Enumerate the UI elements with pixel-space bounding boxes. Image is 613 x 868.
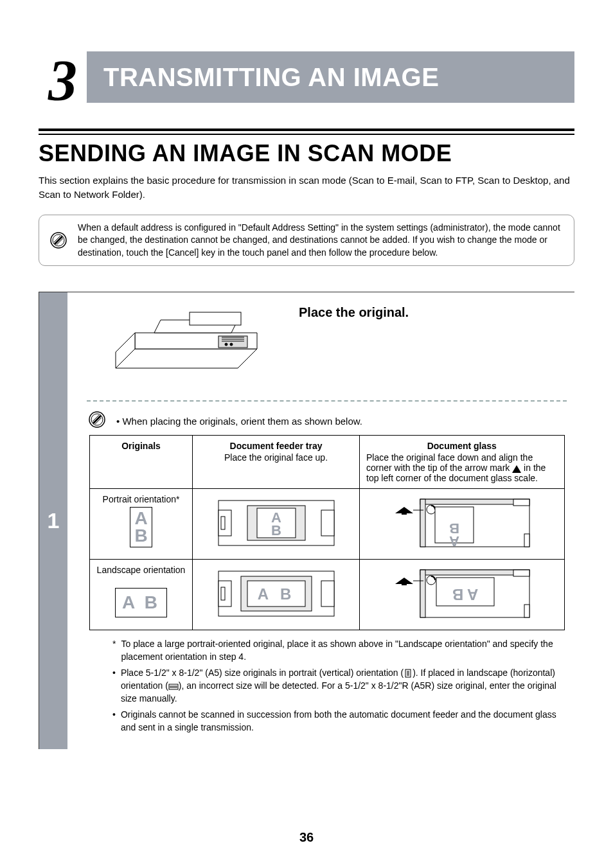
chapter-number-box: 3 bbox=[39, 49, 87, 113]
footnote-bullet-2-text: Originals cannot be scanned in successio… bbox=[121, 709, 563, 734]
ab-row: A B bbox=[122, 592, 160, 612]
ab-a: A bbox=[134, 510, 147, 527]
svg-rect-51 bbox=[420, 570, 425, 617]
landscape-ab-sample: A B bbox=[115, 588, 167, 617]
step-number: 1 bbox=[48, 508, 60, 533]
footnote-bullet-1-text: Place 5-1/2" x 8-1/2" (A5) size original… bbox=[121, 667, 563, 705]
feeder-header-text: Document feeder tray bbox=[230, 441, 323, 451]
footnote-star-mark: * bbox=[112, 638, 116, 663]
device-illustration bbox=[87, 304, 280, 387]
svg-rect-10 bbox=[218, 336, 247, 348]
portrait-row-label-cell: Portrait orientation* A B bbox=[90, 489, 193, 560]
svg-rect-60 bbox=[405, 669, 411, 677]
svg-point-15 bbox=[230, 343, 233, 346]
footnote-bullet-2-mark: • bbox=[112, 709, 116, 734]
svg-rect-58 bbox=[402, 583, 407, 585]
glass-sub-a: Place the original face down and align t… bbox=[366, 452, 533, 473]
svg-rect-40 bbox=[402, 513, 407, 515]
footnotes: * To place a large portrait-oriented ori… bbox=[87, 630, 567, 734]
landscape-glass-diagram: A B bbox=[360, 560, 565, 630]
svg-rect-25 bbox=[321, 510, 334, 536]
note-icon bbox=[48, 222, 69, 260]
svg-rect-9 bbox=[190, 312, 241, 325]
chapter-number: 3 bbox=[48, 52, 77, 110]
svg-text:A B: A B bbox=[452, 586, 478, 603]
step-number-gutter: 1 bbox=[39, 292, 67, 749]
section-divider bbox=[39, 128, 574, 135]
fn-b1a: Place 5-1/2" x 8-1/2" (A5) size original… bbox=[121, 668, 404, 678]
portrait-feeder-diagram: A B bbox=[193, 489, 360, 560]
section-intro: This section explains the basic procedur… bbox=[39, 173, 574, 202]
portrait-ab-sample: A B bbox=[130, 507, 152, 547]
landscape-row-label: Landscape orientation bbox=[97, 565, 186, 575]
fn-b1c: ), an incorrect size will be detected. F… bbox=[121, 680, 556, 704]
feeder-header: Document feeder tray Place the original … bbox=[193, 436, 360, 489]
portrait-glass-diagram: B A bbox=[360, 489, 565, 560]
footnote-bullet-1-mark: • bbox=[112, 667, 116, 705]
feeder-sub-text: Place the original face up. bbox=[199, 452, 353, 463]
step-1-block: 1 bbox=[39, 292, 574, 749]
footnote-star-text: To place a large portrait-oriented origi… bbox=[121, 638, 563, 663]
top-note-text: When a default address is configured in … bbox=[78, 222, 565, 260]
svg-rect-34 bbox=[524, 534, 529, 547]
page-number: 36 bbox=[0, 830, 613, 845]
svg-text:A B: A B bbox=[257, 585, 294, 603]
svg-marker-21 bbox=[512, 465, 521, 473]
landscape-row-label-cell: Landscape orientation A B bbox=[90, 560, 193, 630]
top-note-box: When a default address is configured in … bbox=[39, 215, 574, 267]
svg-marker-57 bbox=[395, 578, 413, 584]
svg-point-14 bbox=[225, 343, 227, 346]
chapter-banner: 3 TRANSMITTING AN IMAGE bbox=[39, 51, 574, 103]
section-title: SENDING AN IMAGE IN SCAN MODE bbox=[39, 140, 574, 167]
svg-text:A: A bbox=[449, 533, 459, 549]
orientation-table: Originals Document feeder tray Place the… bbox=[89, 435, 565, 630]
portrait-row-label: Portrait orientation* bbox=[103, 494, 180, 504]
chapter-title-bar: TRANSMITTING AN IMAGE bbox=[70, 51, 574, 103]
svg-rect-52 bbox=[513, 570, 529, 576]
sub-note-icon bbox=[87, 411, 107, 429]
svg-text:B: B bbox=[271, 522, 281, 538]
chapter-title: TRANSMITTING AN IMAGE bbox=[103, 63, 439, 92]
svg-marker-39 bbox=[395, 507, 413, 513]
svg-marker-5 bbox=[116, 349, 257, 368]
landscape-feeder-diagram: A B bbox=[193, 560, 360, 630]
ab-b: B bbox=[134, 527, 147, 545]
step-instruction: Place the original. bbox=[299, 305, 409, 320]
sub-note-bullet: When placing the originals, orient them … bbox=[122, 416, 362, 427]
svg-rect-44 bbox=[221, 587, 225, 600]
sub-note-text: • When placing the originals, orient the… bbox=[116, 411, 567, 428]
svg-rect-53 bbox=[524, 605, 529, 617]
svg-rect-24 bbox=[221, 517, 225, 529]
glass-header: Document glass Place the original face d… bbox=[360, 436, 565, 489]
originals-header: Originals bbox=[90, 436, 193, 489]
dashed-divider bbox=[87, 400, 567, 402]
glass-sub-text: Place the original face down and align t… bbox=[366, 452, 558, 483]
svg-rect-32 bbox=[420, 499, 425, 547]
svg-rect-45 bbox=[321, 581, 334, 607]
svg-rect-33 bbox=[513, 499, 529, 506]
glass-header-text: Document glass bbox=[366, 441, 558, 451]
